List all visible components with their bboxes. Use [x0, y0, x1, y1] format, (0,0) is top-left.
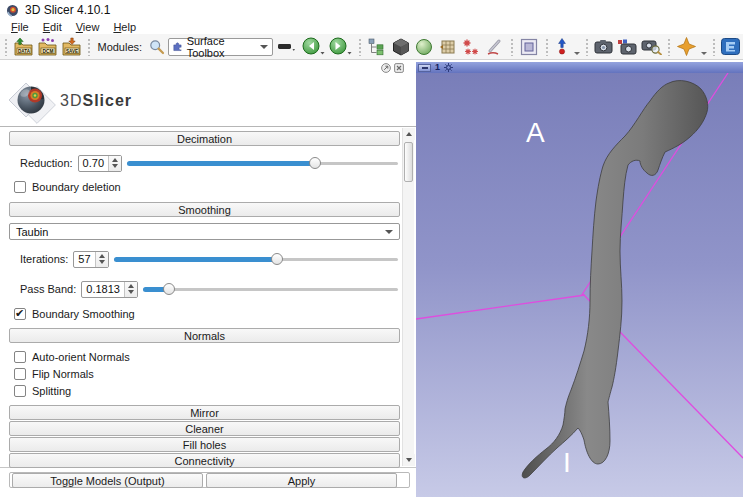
toolbar-grip[interactable] — [585, 38, 589, 56]
apply-button[interactable]: Apply — [206, 473, 397, 488]
panel-actions: Toggle Models (Output) Apply — [9, 473, 400, 488]
passband-value: 0.1813 — [82, 282, 124, 297]
load-data-button[interactable]: DATA — [13, 36, 34, 58]
scroll-up-button[interactable] — [403, 128, 415, 140]
module-selector[interactable]: Surface Toolbox — [168, 38, 273, 56]
iterations-spinbox[interactable]: 57 — [73, 251, 108, 268]
transforms-module-button[interactable] — [438, 36, 459, 58]
extension-manager-button[interactable] — [720, 36, 741, 58]
undock-panel-icon[interactable] — [381, 63, 391, 73]
chevron-down-icon — [260, 45, 268, 49]
scrollbar-thumb[interactable] — [404, 142, 413, 182]
flip-normals-checkbox[interactable] — [14, 368, 26, 380]
transforms-module-icon — [439, 38, 457, 56]
section-fill-holes[interactable]: Fill holes — [9, 437, 400, 452]
menu-file[interactable]: File — [4, 21, 36, 33]
crosshair-menu-caret[interactable] — [574, 52, 580, 55]
spin-down-icon[interactable] — [112, 164, 118, 168]
menu-help[interactable]: Help — [106, 21, 143, 33]
spin-up-icon[interactable] — [99, 254, 105, 258]
module-search-button[interactable] — [148, 36, 165, 58]
menu-edit[interactable]: Edit — [36, 21, 69, 33]
iterations-slider[interactable] — [114, 251, 400, 267]
chevron-down-icon — [385, 230, 393, 234]
section-mirror[interactable]: Mirror — [9, 405, 400, 420]
toolbar-grip[interactable] — [667, 38, 671, 56]
slider-handle[interactable] — [163, 283, 175, 295]
dicom-button[interactable]: DCM — [37, 36, 58, 58]
passband-spinbox[interactable]: 0.1813 — [81, 281, 138, 298]
reduction-spinbox[interactable]: 0.70 — [78, 155, 122, 172]
view-pin-button[interactable] — [418, 64, 431, 72]
crosshair-icon — [555, 38, 569, 56]
splitting-checkbox[interactable] — [14, 385, 26, 397]
save-button[interactable]: SAVE — [61, 36, 82, 58]
screen-capture-button[interactable] — [594, 36, 615, 58]
slider-handle[interactable] — [309, 157, 321, 169]
close-panel-icon[interactable] — [394, 63, 404, 73]
view-id-label: 1 — [435, 63, 440, 72]
extensions-menu-caret[interactable] — [701, 52, 707, 55]
section-smoothing[interactable]: Smoothing — [9, 202, 400, 217]
view-controller-bar[interactable]: 1 — [416, 62, 743, 73]
auto-orient-normals-checkbox[interactable] — [14, 351, 26, 363]
slicer-logo-row: 3DSlicer — [0, 76, 416, 126]
annotations-module-icon — [486, 38, 504, 56]
toolbar-grip[interactable] — [87, 38, 91, 56]
app-icon — [6, 4, 19, 17]
toolbar-grip[interactable] — [712, 38, 716, 56]
flip-normals-row: Flip Normals — [9, 367, 400, 381]
scrollbar-groove[interactable] — [403, 140, 415, 454]
scroll-down-button[interactable] — [403, 454, 415, 466]
boundary-deletion-checkbox[interactable] — [14, 181, 26, 193]
data-module-button[interactable] — [367, 36, 388, 58]
module-selector-value: Surface Toolbox — [187, 35, 257, 59]
panel-scrollbar[interactable] — [402, 128, 414, 466]
spin-up-icon[interactable] — [128, 284, 134, 288]
next-module-button[interactable] — [329, 36, 353, 58]
models-module-button[interactable] — [414, 36, 435, 58]
main-toolbar: DATA DCM SAVE Modules: Surface Toolbox — [0, 34, 743, 60]
toolbar-grip[interactable] — [358, 38, 362, 56]
smoothing-method-select[interactable]: Taubin — [9, 223, 400, 240]
boundary-smoothing-checkbox[interactable] — [14, 308, 26, 320]
toolbar-grip[interactable] — [4, 38, 8, 56]
spin-down-icon[interactable] — [99, 260, 105, 264]
passband-slider[interactable] — [143, 281, 400, 297]
scene-view-restore-button[interactable] — [641, 36, 662, 58]
auto-orient-normals-row: Auto-orient Normals — [9, 350, 400, 364]
module-panel: 3DSlicer Decimation Reduction: 0.70 Boun… — [0, 60, 416, 502]
section-normals[interactable]: Normals — [9, 328, 400, 343]
install-extensions-button[interactable] — [676, 36, 697, 58]
next-module-icon — [329, 37, 353, 56]
spin-down-icon[interactable] — [128, 290, 134, 294]
surface-model[interactable] — [522, 81, 708, 478]
orientation-label-inferior: I — [563, 449, 571, 477]
annotations-module-button[interactable] — [485, 36, 506, 58]
section-cleaner[interactable]: Cleaner — [9, 421, 400, 436]
passband-label: Pass Band: — [20, 283, 76, 295]
layout-selector-button[interactable] — [519, 36, 540, 58]
install-extensions-icon — [677, 37, 696, 56]
iterations-row: Iterations: 57 — [9, 250, 400, 268]
threed-viewport[interactable]: A I — [416, 73, 743, 497]
modules-label: Modules: — [97, 41, 142, 53]
scene-view-add-button[interactable] — [617, 36, 638, 58]
section-decimation[interactable]: Decimation — [9, 131, 400, 146]
slider-handle[interactable] — [271, 253, 283, 265]
reduction-slider[interactable] — [127, 155, 400, 171]
svg-text:DATA: DATA — [18, 49, 31, 54]
module-history-button[interactable] — [276, 36, 298, 58]
menu-view[interactable]: View — [69, 21, 107, 33]
view-menu-icon[interactable] — [444, 63, 453, 72]
toolbar-grip[interactable] — [510, 38, 514, 56]
previous-module-button[interactable] — [302, 36, 326, 58]
toolbar-grip[interactable] — [545, 38, 549, 56]
toggle-models-button[interactable]: Toggle Models (Output) — [12, 473, 203, 488]
markups-module-button[interactable] — [461, 36, 482, 58]
section-connectivity[interactable]: Connectivity — [9, 453, 400, 468]
crosshair-button[interactable] — [553, 36, 570, 58]
screen-capture-icon — [594, 39, 614, 54]
spin-up-icon[interactable] — [112, 158, 118, 162]
volumes-module-button[interactable] — [391, 36, 412, 58]
